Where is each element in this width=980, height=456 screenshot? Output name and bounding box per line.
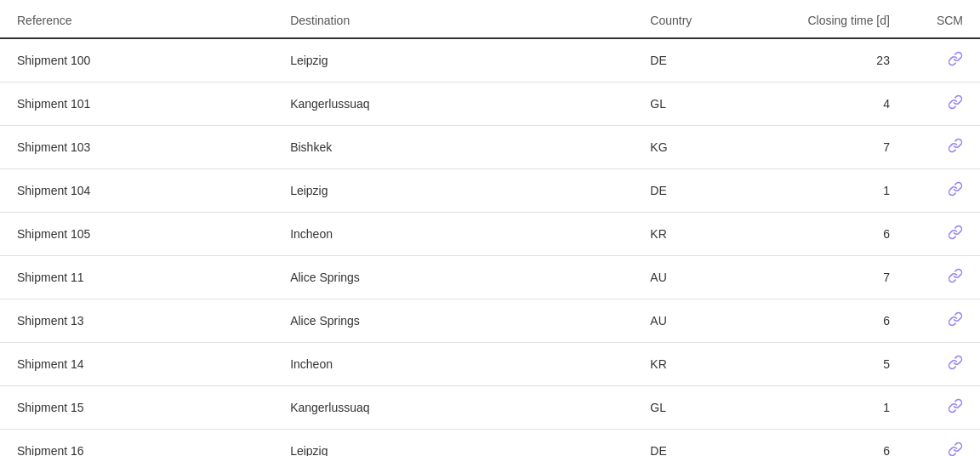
scm-link-icon[interactable] xyxy=(948,94,963,113)
table-row: Shipment 105IncheonKR6 xyxy=(0,213,980,256)
cell-reference: Shipment 105 xyxy=(0,213,280,256)
cell-reference: Shipment 100 xyxy=(0,38,280,83)
cell-scm[interactable] xyxy=(900,38,980,83)
cell-scm[interactable] xyxy=(900,256,980,299)
cell-destination: Alice Springs xyxy=(280,256,640,299)
cell-destination: Bishkek xyxy=(280,126,640,169)
scm-link-icon[interactable] xyxy=(948,181,963,200)
cell-country: AU xyxy=(640,299,740,343)
cell-closing-time: 1 xyxy=(740,386,900,430)
cell-closing-time: 5 xyxy=(740,343,900,386)
cell-country: DE xyxy=(640,38,740,83)
cell-scm[interactable] xyxy=(900,126,980,169)
cell-closing-time: 7 xyxy=(740,256,900,299)
table-row: Shipment 104LeipzigDE1 xyxy=(0,169,980,213)
cell-country: AU xyxy=(640,256,740,299)
cell-destination: Kangerlussuaq xyxy=(280,386,640,430)
shipments-table-container[interactable]: Reference Destination Country Closing ti… xyxy=(0,0,980,456)
cell-reference: Shipment 11 xyxy=(0,256,280,299)
cell-reference: Shipment 104 xyxy=(0,169,280,213)
scm-link-icon[interactable] xyxy=(948,311,963,330)
cell-reference: Shipment 101 xyxy=(0,83,280,126)
table-row: Shipment 101KangerlussuaqGL4 xyxy=(0,83,980,126)
scm-link-icon[interactable] xyxy=(948,138,963,157)
col-header-scm: SCM xyxy=(900,0,980,38)
cell-country: GL xyxy=(640,83,740,126)
col-header-country: Country xyxy=(640,0,740,38)
scm-link-icon[interactable] xyxy=(948,442,963,456)
scm-link-icon[interactable] xyxy=(948,51,963,70)
cell-destination: Leipzig xyxy=(280,38,640,83)
col-header-closing-time: Closing time [d] xyxy=(740,0,900,38)
cell-country: KG xyxy=(640,126,740,169)
cell-scm[interactable] xyxy=(900,343,980,386)
table-row: Shipment 14IncheonKR5 xyxy=(0,343,980,386)
cell-closing-time: 6 xyxy=(740,430,900,457)
cell-country: KR xyxy=(640,343,740,386)
cell-destination: Incheon xyxy=(280,213,640,256)
scm-link-icon[interactable] xyxy=(948,268,963,287)
col-header-destination: Destination xyxy=(280,0,640,38)
cell-closing-time: 6 xyxy=(740,299,900,343)
cell-scm[interactable] xyxy=(900,169,980,213)
table-row: Shipment 103BishkekKG7 xyxy=(0,126,980,169)
table-row: Shipment 13Alice SpringsAU6 xyxy=(0,299,980,343)
cell-closing-time: 6 xyxy=(740,213,900,256)
shipments-table: Reference Destination Country Closing ti… xyxy=(0,0,980,456)
cell-scm[interactable] xyxy=(900,213,980,256)
cell-scm[interactable] xyxy=(900,386,980,430)
cell-reference: Shipment 103 xyxy=(0,126,280,169)
cell-reference: Shipment 14 xyxy=(0,343,280,386)
scm-link-icon[interactable] xyxy=(948,355,963,373)
cell-destination: Kangerlussuaq xyxy=(280,83,640,126)
cell-country: DE xyxy=(640,430,740,457)
cell-reference: Shipment 13 xyxy=(0,299,280,343)
cell-destination: Leipzig xyxy=(280,430,640,457)
cell-scm[interactable] xyxy=(900,83,980,126)
table-row: Shipment 16LeipzigDE6 xyxy=(0,430,980,457)
col-header-reference: Reference xyxy=(0,0,280,38)
cell-destination: Alice Springs xyxy=(280,299,640,343)
cell-closing-time: 23 xyxy=(740,38,900,83)
cell-closing-time: 4 xyxy=(740,83,900,126)
cell-country: KR xyxy=(640,213,740,256)
cell-country: DE xyxy=(640,169,740,213)
scm-link-icon[interactable] xyxy=(948,398,963,417)
cell-country: GL xyxy=(640,386,740,430)
scm-link-icon[interactable] xyxy=(948,225,963,243)
cell-closing-time: 7 xyxy=(740,126,900,169)
table-row: Shipment 15KangerlussuaqGL1 xyxy=(0,386,980,430)
cell-destination: Leipzig xyxy=(280,169,640,213)
cell-reference: Shipment 16 xyxy=(0,430,280,457)
cell-scm[interactable] xyxy=(900,430,980,457)
cell-closing-time: 1 xyxy=(740,169,900,213)
cell-destination: Incheon xyxy=(280,343,640,386)
cell-scm[interactable] xyxy=(900,299,980,343)
table-row: Shipment 11Alice SpringsAU7 xyxy=(0,256,980,299)
table-row: Shipment 100LeipzigDE23 xyxy=(0,38,980,83)
cell-reference: Shipment 15 xyxy=(0,386,280,430)
